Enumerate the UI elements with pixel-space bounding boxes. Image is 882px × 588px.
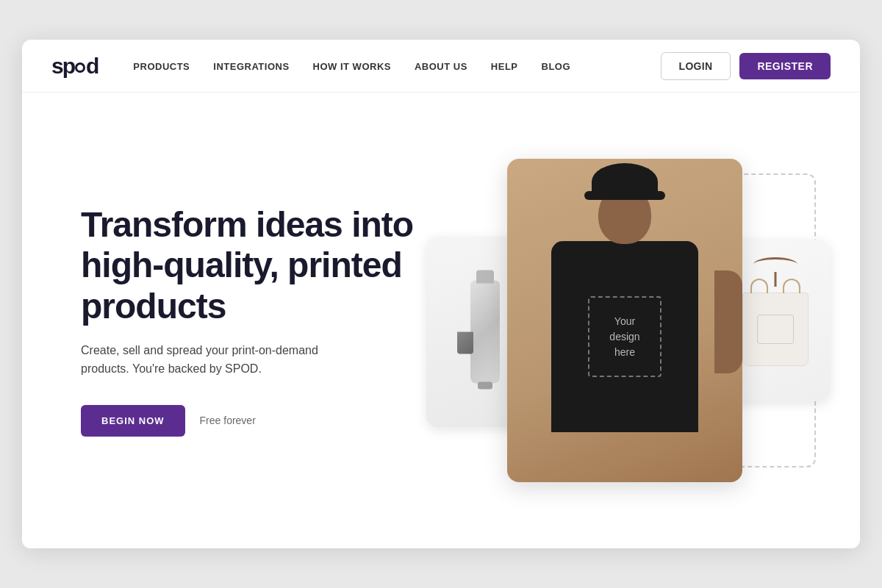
small-cup-illustration <box>457 332 473 354</box>
tote-handle-right <box>783 279 800 293</box>
hero-content: Transform ideas into high-quality, print… <box>81 204 419 437</box>
tote-pocket <box>757 315 794 344</box>
person-body-area: Your design here <box>551 241 698 432</box>
nav-item-blog[interactable]: BLOG <box>542 60 571 73</box>
hero-subtitle: Create, sell and spread your print-on-de… <box>81 341 360 379</box>
nav-link-about-us[interactable]: ABOUT US <box>415 61 467 72</box>
person-figure: Your design here <box>507 159 742 482</box>
nav-item-products[interactable]: PRODUCTS <box>133 60 190 73</box>
nav-item-how-it-works[interactable]: HOW IT WORKS <box>313 60 391 73</box>
person-body: Your design here <box>551 241 698 432</box>
nav-link-integrations[interactable]: INTEGRATIONS <box>213 61 289 72</box>
hanger-illustration <box>753 257 797 272</box>
nav-link-help[interactable]: HELP <box>491 61 518 72</box>
person-hat <box>592 163 658 200</box>
tote-handle-left <box>750 279 768 293</box>
logo-text: spd <box>51 54 98 79</box>
tote-bag-illustration <box>742 293 808 366</box>
hero-actions: BEGIN NOW Free forever <box>81 405 419 437</box>
login-button[interactable]: LOGIN <box>661 52 731 80</box>
nav-item-help[interactable]: HELP <box>491 60 518 73</box>
nav-actions: LOGIN REGISTER <box>661 52 831 80</box>
hero-section: Transform ideas into high-quality, print… <box>22 93 860 548</box>
product-card-model: Your design here <box>507 159 742 482</box>
bottle-illustration <box>470 281 500 384</box>
model-background: Your design here <box>507 159 742 482</box>
free-forever-label: Free forever <box>200 415 256 426</box>
page-wrapper: spd PRODUCTS INTEGRATIONS HOW IT WORKS A… <box>22 40 860 548</box>
register-button[interactable]: REGISTER <box>739 53 831 79</box>
tote-handles <box>750 279 800 293</box>
person-head <box>598 185 651 244</box>
logo[interactable]: spd <box>51 54 98 79</box>
hero-title: Transform ideas into high-quality, print… <box>81 204 419 326</box>
nav-link-products[interactable]: PRODUCTS <box>133 61 190 72</box>
shirt-design-text: Your design here <box>609 314 639 360</box>
hero-visuals: Your design here <box>419 137 831 504</box>
nav-item-about-us[interactable]: ABOUT US <box>415 60 467 73</box>
logo-circle-icon <box>75 62 85 73</box>
nav-item-integrations[interactable]: INTEGRATIONS <box>213 60 289 73</box>
nav-links: PRODUCTS INTEGRATIONS HOW IT WORKS ABOUT… <box>133 60 660 73</box>
person-head-area <box>598 171 651 244</box>
shirt-design-placeholder: Your design here <box>588 296 662 377</box>
begin-now-button[interactable]: BEGIN NOW <box>81 405 185 437</box>
right-arm <box>714 270 742 373</box>
navbar: spd PRODUCTS INTEGRATIONS HOW IT WORKS A… <box>22 40 860 93</box>
nav-link-how-it-works[interactable]: HOW IT WORKS <box>313 61 391 72</box>
nav-link-blog[interactable]: BLOG <box>542 61 571 72</box>
